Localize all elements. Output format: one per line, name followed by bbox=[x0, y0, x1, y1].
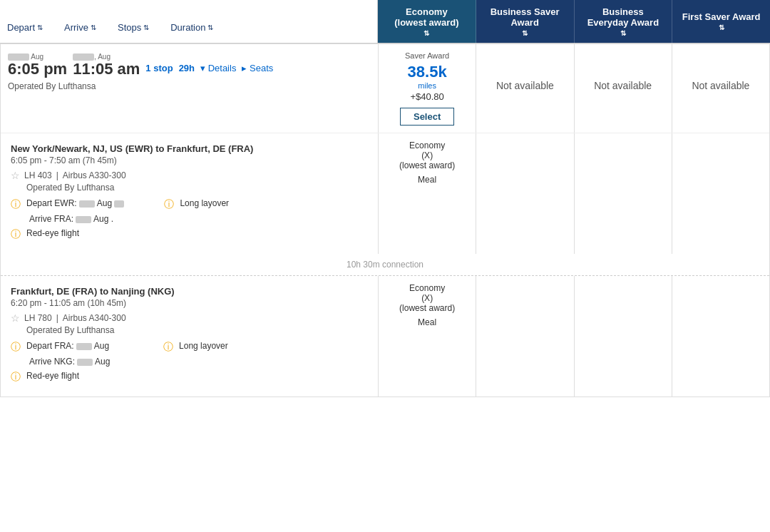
info-icon-redeye-2: ⓘ bbox=[11, 371, 21, 384]
info-icon-layover-1: ⓘ bbox=[164, 198, 174, 211]
star-icon-1: ☆ bbox=[11, 170, 20, 181]
star-icon-2: ☆ bbox=[11, 312, 20, 324]
segment-2-redeye: ⓘ Red-eye flight bbox=[11, 371, 368, 384]
arrive-label: Arrive bbox=[64, 22, 88, 33]
arrive-sort-icon: ⇅ bbox=[91, 24, 96, 31]
award-col-headers: Economy(lowest award) ⇅ Business SaverAw… bbox=[378, 0, 770, 43]
saver-label: Saver Award bbox=[405, 51, 449, 60]
segment-2-flight-info: ☆ LH 780 | Airbus A340-300 bbox=[11, 312, 368, 324]
seg1-biz-everyday-cell bbox=[575, 133, 672, 254]
segment-2-redeye-text: Red-eye flight bbox=[26, 371, 79, 381]
seg1-meal-label: Meal bbox=[418, 175, 436, 185]
biz-everyday-not-available: Not available bbox=[594, 80, 652, 91]
info-icon-redeye-1: ⓘ bbox=[11, 228, 21, 241]
segment-1-flight-info: ☆ LH 403 | Airbus A330-300 bbox=[11, 170, 368, 181]
connection-divider: 10h 30m connection bbox=[1, 254, 769, 276]
cash-amount: +$40.80 bbox=[410, 91, 443, 102]
depart-time: 6:05 pm bbox=[8, 61, 67, 78]
segment-2-route: Frankfurt, DE (FRA) to Nanjing (NKG) bbox=[11, 286, 368, 297]
seg2-biz-everyday-cell bbox=[575, 276, 672, 397]
segment-1-operated: Operated By Lufthansa bbox=[26, 183, 368, 193]
segment-2-depart-text: Depart FRA: Aug bbox=[26, 341, 109, 351]
segment-2-depart-info: ⓘ Depart FRA: Aug ⓘ Long layover bbox=[11, 341, 368, 354]
segment-1-time: 6:05 pm - 7:50 am (7h 45m) bbox=[11, 155, 368, 165]
economy-col-label: Economy(lowest award) bbox=[394, 6, 458, 28]
economy-award-cell: Saver Award 38.5k miles +$40.80 Select bbox=[379, 44, 476, 133]
segment-1-right: Economy(X)(lowest award) Meal bbox=[379, 133, 769, 254]
duration-sort[interactable]: Duration ⇅ bbox=[170, 22, 213, 37]
segment-2-pipe: | bbox=[56, 313, 58, 323]
depart-sort[interactable]: Depart ⇅ bbox=[7, 22, 43, 37]
segment-2-operated: Operated By Lufthansa bbox=[26, 325, 368, 335]
first-saver-sort-arrows: ⇅ bbox=[719, 24, 724, 31]
biz-everyday-col-header[interactable]: BusinessEveryday Award ⇅ bbox=[575, 0, 673, 43]
segment-1-layover: Long layover bbox=[180, 198, 229, 208]
segment-1-arrive-info: Arrive FRA: Aug . bbox=[11, 214, 368, 224]
miles-amount: 38.5k bbox=[408, 63, 447, 81]
depart-sort-icon: ⇅ bbox=[37, 24, 43, 31]
first-saver-not-available: Not available bbox=[692, 80, 749, 91]
operated-by: Operated By Lufthansa bbox=[8, 81, 371, 91]
flight-section: Aug 6:05 pm , Aug 11:05 am 1 stop 29h ▾ … bbox=[0, 44, 770, 397]
seg2-economy-label: Economy(X)(lowest award) bbox=[399, 283, 455, 313]
seg2-biz-saver-cell bbox=[476, 276, 574, 397]
seats-button[interactable]: ▸ Seats bbox=[242, 63, 273, 73]
first-saver-award-cell: Not available bbox=[672, 44, 769, 133]
biz-saver-col-label: Business SaverAward bbox=[491, 6, 560, 28]
info-icon-1: ⓘ bbox=[11, 198, 21, 211]
segment-2-right: Economy(X)(lowest award) Meal bbox=[379, 276, 769, 397]
details-button[interactable]: ▾ Details bbox=[200, 63, 236, 73]
seg1-economy-label: Economy(X)(lowest award) bbox=[399, 140, 455, 170]
header-row: Depart ⇅ Arrive ⇅ Stops ⇅ Duration ⇅ Eco… bbox=[0, 0, 770, 44]
segment-1-depart-info: ⓘ Depart EWR: Aug ⓘ Long layover bbox=[11, 198, 368, 211]
segment-1-depart-text: Depart EWR: Aug bbox=[26, 198, 124, 208]
biz-saver-not-available: Not available bbox=[496, 80, 554, 91]
segment-1-row: New York/Newark, NJ, US (EWR) to Frankfu… bbox=[1, 133, 769, 254]
flight-right: Saver Award 38.5k miles +$40.80 Select N… bbox=[379, 44, 769, 133]
biz-everyday-award-cell: Not available bbox=[575, 44, 672, 133]
miles-unit: miles bbox=[418, 81, 436, 90]
segment-1-left: New York/Newark, NJ, US (EWR) to Frankfu… bbox=[1, 133, 379, 254]
seg2-meal-label: Meal bbox=[418, 317, 436, 327]
info-icon-2: ⓘ bbox=[11, 341, 21, 354]
segment-2-row: Frankfurt, DE (FRA) to Nanjing (NKG) 6:2… bbox=[1, 276, 769, 397]
segment-1-pipe: | bbox=[56, 170, 58, 180]
info-icon-layover-2: ⓘ bbox=[163, 341, 173, 354]
duration-sort-icon: ⇅ bbox=[207, 24, 213, 31]
seg2-first-saver-cell bbox=[672, 276, 769, 397]
segment-2-arrive-text: Arrive NKG: Aug bbox=[29, 357, 110, 367]
stops-badge: 1 stop bbox=[145, 63, 173, 73]
segment-2-aircraft: Airbus A340-300 bbox=[63, 313, 126, 323]
segment-2-left: Frankfurt, DE (FRA) to Nanjing (NKG) 6:2… bbox=[1, 276, 379, 397]
biz-saver-col-header[interactable]: Business SaverAward ⇅ bbox=[476, 0, 575, 43]
flight-times: Aug 6:05 pm , Aug 11:05 am 1 stop 29h ▾ … bbox=[8, 53, 371, 78]
segment-2-time: 6:20 pm - 11:05 am (10h 45m) bbox=[11, 298, 368, 308]
segment-1-route: New York/Newark, NJ, US (EWR) to Frankfu… bbox=[11, 143, 368, 154]
biz-saver-award-cell: Not available bbox=[476, 44, 574, 133]
flight-left: Aug 6:05 pm , Aug 11:05 am 1 stop 29h ▾ … bbox=[1, 44, 379, 133]
stops-sort-icon: ⇅ bbox=[143, 24, 149, 31]
flight-main-row: Aug 6:05 pm , Aug 11:05 am 1 stop 29h ▾ … bbox=[1, 44, 769, 133]
seg1-biz-saver-cell bbox=[476, 133, 574, 254]
depart-label: Depart bbox=[7, 22, 35, 33]
segment-1-flight-num: LH 403 bbox=[24, 170, 52, 180]
arrive-time: 11:05 am bbox=[73, 61, 140, 78]
economy-sort-arrows: ⇅ bbox=[423, 29, 429, 37]
stops-sort[interactable]: Stops ⇅ bbox=[118, 22, 149, 37]
left-headers: Depart ⇅ Arrive ⇅ Stops ⇅ Duration ⇅ bbox=[0, 0, 378, 43]
segment-1-arrive-text: Arrive FRA: Aug . bbox=[29, 214, 113, 224]
seg1-first-saver-cell bbox=[672, 133, 769, 254]
segment-1-aircraft: Airbus A330-300 bbox=[63, 170, 126, 180]
arrive-block: , Aug 11:05 am bbox=[73, 53, 140, 78]
segment-1-redeye-text: Red-eye flight bbox=[26, 228, 79, 238]
segment-2-layover: Long layover bbox=[179, 341, 228, 351]
depart-block: Aug 6:05 pm bbox=[8, 53, 67, 78]
segment-1-redeye: ⓘ Red-eye flight bbox=[11, 228, 368, 241]
biz-everyday-sort-arrows: ⇅ bbox=[620, 29, 626, 37]
biz-everyday-col-label: BusinessEveryday Award bbox=[587, 6, 659, 28]
first-saver-col-header[interactable]: First Saver Award ⇅ bbox=[672, 0, 770, 43]
economy-col-header[interactable]: Economy(lowest award) ⇅ bbox=[378, 0, 476, 43]
arrive-sort[interactable]: Arrive ⇅ bbox=[64, 22, 96, 37]
segment-2-flight-num: LH 780 bbox=[24, 313, 52, 323]
select-button[interactable]: Select bbox=[400, 108, 454, 126]
